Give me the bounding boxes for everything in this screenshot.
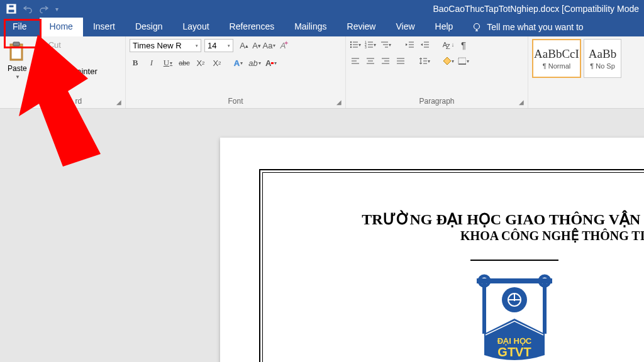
- clear-format-button[interactable]: A✦: [280, 40, 291, 52]
- highlight-button[interactable]: ab▾: [249, 57, 260, 69]
- svg-point-12: [350, 41, 352, 43]
- page: TRƯỜNG ĐẠI HỌC GIAO THÔNG VẬN TẢI T KHOA…: [220, 138, 644, 362]
- style-name: ¶ No Sp: [590, 62, 615, 70]
- title-bar: ▾ BaoCaoThucTapTotNghiep.docx [Compatibi…: [0, 0, 644, 18]
- chevron-down-icon: ▾: [196, 44, 198, 48]
- svg-rect-2: [8, 9, 14, 13]
- show-marks-button[interactable]: ¶: [458, 39, 469, 50]
- qat-customize-icon[interactable]: ▾: [55, 6, 58, 13]
- subscript-button[interactable]: X2: [195, 57, 206, 69]
- svg-rect-48: [458, 58, 466, 64]
- format-painter-button[interactable]: ormat Painter: [35, 65, 100, 77]
- shading-button[interactable]: ▾: [443, 55, 454, 67]
- tell-me-search[interactable]: Tell me what you want to: [472, 18, 583, 36]
- dialog-launcher-icon[interactable]: ◢: [336, 99, 341, 106]
- svg-rect-8: [11, 47, 21, 59]
- style-name: ¶ Normal: [543, 62, 570, 70]
- group-paragraph: ▾ 123▾ ▾ AZ↓ ¶ ▾ ▾ ▾ Par: [346, 36, 528, 108]
- tab-layout[interactable]: Layout: [173, 18, 219, 36]
- svg-point-14: [350, 44, 352, 45]
- numbering-button[interactable]: 123▾: [365, 39, 376, 50]
- quick-access-toolbar: ▾: [0, 4, 58, 14]
- bullets-button[interactable]: ▾: [350, 39, 361, 50]
- save-icon[interactable]: [6, 4, 16, 14]
- superscript-button[interactable]: X2: [211, 57, 223, 69]
- shrink-font-button[interactable]: A▾: [251, 40, 262, 52]
- font-name-combo[interactable]: Times New R ▾: [130, 39, 201, 52]
- line-spacing-button[interactable]: ▾: [419, 55, 430, 67]
- bold-button[interactable]: B: [130, 57, 141, 69]
- tab-insert[interactable]: Insert: [83, 18, 125, 36]
- dialog-launcher-icon[interactable]: ◢: [116, 99, 121, 106]
- university-logo: ĐẠI HỌC GTVT: [472, 273, 557, 359]
- justify-button[interactable]: [395, 55, 406, 67]
- multilevel-list-button[interactable]: ▾: [380, 39, 391, 50]
- font-size-value: 14: [208, 41, 216, 50]
- group-font-label: Font: [228, 97, 243, 106]
- undo-icon[interactable]: [23, 4, 33, 13]
- style-no-spacing[interactable]: AaBb ¶ No Sp: [584, 39, 621, 78]
- style-normal[interactable]: AaBbCcI ¶ Normal: [532, 39, 581, 78]
- svg-point-4: [474, 24, 480, 30]
- svg-rect-3: [9, 5, 14, 8]
- doc-subtitle: KHOA CÔNG NGHỆ THÔNG TIN: [263, 228, 644, 243]
- italic-button[interactable]: I: [146, 57, 157, 69]
- ribbon-tabs: File Home Insert Design Layout Reference…: [0, 18, 644, 36]
- sort-button[interactable]: AZ↓: [443, 39, 454, 50]
- strike-button[interactable]: abc: [179, 57, 190, 69]
- align-center-button[interactable]: [365, 55, 376, 67]
- ribbon: Paste ▼ Cut Copy ormat Painter Clipb rd◢: [0, 36, 644, 109]
- document-area[interactable]: TRƯỜNG ĐẠI HỌC GIAO THÔNG VẬN TẢI T KHOA…: [0, 126, 644, 362]
- tab-home[interactable]: Home: [40, 18, 83, 36]
- logo-text-2: GTVT: [497, 345, 531, 359]
- tab-references[interactable]: References: [219, 18, 285, 36]
- align-right-button[interactable]: [380, 55, 391, 67]
- paste-label: Paste: [8, 64, 27, 73]
- dialog-launcher-icon[interactable]: ◢: [519, 99, 524, 106]
- font-size-combo[interactable]: 14 ▾: [204, 39, 233, 52]
- tab-view[interactable]: View: [386, 18, 425, 36]
- group-paragraph-label: Paragraph: [419, 97, 454, 106]
- horizontal-rule: [470, 260, 558, 261]
- lightbulb-icon: [472, 22, 482, 32]
- group-styles: AaBbCcI ¶ Normal AaBb ¶ No Sp: [528, 36, 644, 108]
- decrease-indent-button[interactable]: [404, 39, 415, 50]
- svg-point-16: [350, 47, 352, 48]
- style-sample: AaBb: [589, 47, 616, 61]
- group-font: Times New R ▾ 14 ▾ A▴ A▾ Aa▾ A✦ B I U▾ a…: [126, 36, 346, 108]
- tab-mailings[interactable]: Mailings: [284, 18, 336, 36]
- cut-label: Cut: [48, 40, 61, 50]
- tab-help[interactable]: Help: [425, 18, 464, 36]
- font-name-value: Times New R: [133, 41, 182, 50]
- svg-text:3: 3: [365, 45, 367, 48]
- tab-design[interactable]: Design: [125, 18, 173, 36]
- chevron-down-icon: ▾: [228, 44, 230, 48]
- style-sample: AaBbCcI: [534, 47, 579, 61]
- underline-button[interactable]: U▾: [162, 57, 174, 69]
- cut-button[interactable]: Cut: [35, 39, 100, 51]
- doc-title: TRƯỜNG ĐẠI HỌC GIAO THÔNG VẬN TẢI T: [263, 211, 644, 228]
- increase-indent-button[interactable]: [419, 39, 430, 50]
- change-case-button[interactable]: Aa▾: [264, 40, 275, 52]
- page-border-outer: TRƯỜNG ĐẠI HỌC GIAO THÔNG VẬN TẢI T KHOA…: [259, 169, 644, 362]
- tell-me-label: Tell me what you want to: [487, 22, 583, 32]
- chevron-down-icon: ▼: [15, 74, 20, 80]
- window-title: BaoCaoThucTapTotNghiep.docx [Compatibili…: [58, 4, 644, 14]
- page-border-inner: TRƯỜNG ĐẠI HỌC GIAO THÔNG VẬN TẢI T KHOA…: [262, 172, 644, 362]
- annotation-highlight-box: [4, 19, 42, 48]
- align-left-button[interactable]: [350, 55, 361, 67]
- redo-icon[interactable]: [39, 4, 49, 13]
- grow-font-button[interactable]: A▴: [238, 40, 250, 52]
- group-clipboard-label: Clipb rd: [43, 97, 82, 106]
- format-painter-label: ormat Painter: [48, 67, 97, 76]
- font-color-button[interactable]: A▾: [265, 57, 277, 69]
- tab-review[interactable]: Review: [337, 18, 386, 36]
- text-effects-button[interactable]: A▾: [233, 57, 244, 69]
- borders-button[interactable]: ▾: [458, 55, 469, 67]
- logo-text-1: ĐẠI HỌC: [497, 336, 532, 346]
